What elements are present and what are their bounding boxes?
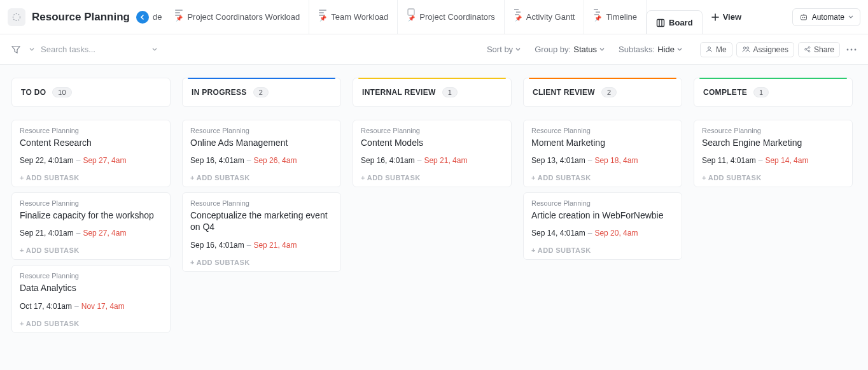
people-icon: [742, 46, 750, 53]
add-subtask-button[interactable]: + ADD SUBTASK: [702, 174, 844, 181]
end-date: Sep 14, 4am: [765, 156, 808, 165]
group-by-button[interactable]: Group by: Status: [535, 45, 605, 54]
chevron-down-icon: [848, 15, 853, 20]
column-header[interactable]: TO DO10: [11, 78, 171, 107]
header-bar: Resource Planning de 📌Project Coordinato…: [0, 0, 868, 34]
date-separator: –: [417, 156, 422, 165]
card-dates: Sep 13, 4:01am–Sep 18, 4am: [531, 156, 674, 165]
card-list: Resource PlanningMoment MarketingSep 13,…: [523, 120, 682, 260]
svg-rect-4: [319, 10, 326, 11]
column-count: 10: [52, 87, 71, 97]
view-label: Project Coordinators Workload: [187, 12, 300, 22]
task-card[interactable]: Resource PlanningOnline Ads ManagementSe…: [182, 120, 341, 187]
card-title: Finalize capacity for the workshop: [20, 210, 162, 221]
svg-point-17: [804, 17, 805, 18]
svg-rect-7: [408, 9, 414, 15]
task-card[interactable]: Resource PlanningContent ModelsSep 16, 4…: [353, 120, 512, 187]
card-breadcrumb: Resource Planning: [190, 127, 333, 134]
task-card[interactable]: Resource PlanningConceptualize the marke…: [182, 192, 341, 271]
scroll-views-left-button[interactable]: [136, 11, 149, 24]
me-label: Me: [716, 45, 727, 54]
assignees-button[interactable]: Assignees: [736, 42, 794, 57]
assignees-label: Assignees: [753, 45, 788, 54]
group-by-label: Group by:: [535, 45, 571, 54]
card-title: Conceptualize the marketing event on Q4: [190, 210, 333, 232]
column-header[interactable]: INTERNAL REVIEW1: [353, 78, 512, 107]
card-title: Data Analytics: [20, 282, 162, 294]
add-subtask-button[interactable]: + ADD SUBTASK: [190, 259, 333, 266]
filter-icon[interactable]: [11, 45, 20, 54]
column-header[interactable]: IN PROGRESS2: [182, 78, 341, 107]
search-input[interactable]: [41, 45, 149, 54]
add-subtask-button[interactable]: + ADD SUBTASK: [361, 174, 503, 181]
add-subtask-button[interactable]: + ADD SUBTASK: [531, 246, 674, 254]
view-tab-project-coordinators-workload[interactable]: 📌Project Coordinators Workload: [165, 0, 309, 34]
column-title: INTERNAL REVIEW: [362, 88, 436, 97]
svg-point-25: [851, 48, 853, 50]
card-breadcrumb: Resource Planning: [20, 272, 162, 280]
task-card[interactable]: Resource PlanningMoment MarketingSep 13,…: [523, 120, 682, 187]
svg-point-18: [708, 47, 710, 50]
filter-caret-icon[interactable]: [29, 47, 34, 52]
subtasks-label: Subtasks:: [619, 45, 655, 54]
svg-point-24: [847, 48, 849, 50]
group-by-value: Status: [573, 45, 597, 54]
add-subtask-button[interactable]: + ADD SUBTASK: [20, 246, 162, 254]
card-list: Resource PlanningContent ModelsSep 16, 4…: [353, 120, 512, 187]
task-card[interactable]: Resource PlanningFinalize capacity for t…: [11, 192, 171, 260]
pin-icon: 📌: [594, 15, 601, 22]
date-separator: –: [76, 156, 81, 165]
task-card[interactable]: Resource PlanningContent ResearchSep 22,…: [11, 120, 171, 187]
task-card[interactable]: Resource PlanningArticle creation in Web…: [523, 192, 682, 260]
search-caret-icon[interactable]: [151, 46, 158, 53]
card-list: Resource PlanningContent ResearchSep 22,…: [11, 120, 171, 333]
share-icon: [804, 46, 811, 53]
column-count: 2: [601, 87, 617, 97]
add-subtask-button[interactable]: + ADD SUBTASK: [20, 174, 162, 181]
view-tab-project-coordinators[interactable]: 📌Project Coordinators: [398, 0, 505, 34]
svg-point-16: [802, 17, 803, 18]
card-breadcrumb: Resource Planning: [20, 199, 162, 207]
date-separator: –: [759, 156, 763, 165]
board-column: COMPLETE1Resource PlanningSearch Engine …: [694, 78, 853, 357]
view-tab-team-workload[interactable]: 📌Team Workload: [309, 0, 398, 34]
view-icon: 📌: [174, 8, 183, 26]
view-icon: 📌: [407, 8, 416, 26]
view-tab-timeline[interactable]: 📌Timeline: [584, 0, 647, 34]
task-card[interactable]: Resource PlanningData AnalyticsOct 17, 4…: [11, 265, 171, 332]
task-card[interactable]: Resource PlanningSearch Engine Marketing…: [694, 120, 853, 187]
card-dates: Oct 17, 4:01am–Nov 17, 4am: [20, 302, 162, 311]
column-count: 1: [753, 87, 769, 97]
subtasks-button[interactable]: Subtasks: Hide: [619, 45, 682, 54]
card-title: Online Ads Management: [190, 137, 333, 148]
date-separator: –: [74, 302, 79, 311]
robot-icon: [799, 13, 808, 22]
share-button[interactable]: Share: [798, 42, 840, 57]
start-date: Sep 16, 4:01am: [361, 156, 415, 165]
view-tab-activity-gantt[interactable]: 📌Activity Gantt: [505, 0, 585, 34]
automate-label: Automate: [812, 13, 844, 22]
svg-rect-9: [516, 11, 521, 13]
automate-button[interactable]: Automate: [792, 8, 860, 26]
more-options-button[interactable]: [846, 48, 857, 51]
add-subtask-button[interactable]: + ADD SUBTASK: [20, 320, 162, 327]
add-subtask-button[interactable]: + ADD SUBTASK: [531, 174, 674, 181]
end-date: Sep 18, 4am: [594, 156, 638, 165]
card-breadcrumb: Resource Planning: [361, 127, 503, 134]
column-count: 1: [442, 87, 458, 97]
column-count: 2: [253, 87, 269, 97]
column-header[interactable]: COMPLETE1: [694, 78, 853, 107]
column-header[interactable]: CLIENT REVIEW2: [523, 78, 682, 107]
chevron-down-icon: [599, 47, 605, 52]
me-button[interactable]: Me: [700, 42, 732, 57]
plus-icon: [711, 13, 719, 21]
view-label: Board: [669, 18, 693, 27]
card-dates: Sep 14, 4:01am–Sep 20, 4am: [531, 229, 674, 238]
view-tab-board[interactable]: Board: [647, 10, 703, 34]
svg-rect-5: [319, 12, 324, 13]
date-separator: –: [76, 229, 81, 238]
pin-icon: 📌: [515, 15, 522, 22]
sort-by-button[interactable]: Sort by: [487, 45, 521, 54]
add-subtask-button[interactable]: + ADD SUBTASK: [190, 174, 333, 181]
add-view-button[interactable]: View: [703, 12, 750, 22]
